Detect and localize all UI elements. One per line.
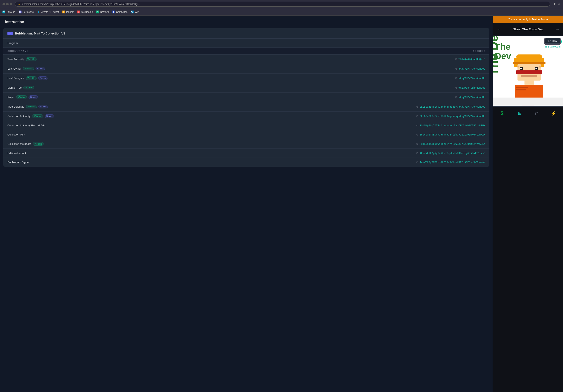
window-minimize-dot <box>6 3 9 5</box>
account-name-cell: Merkle TreeWritable <box>7 86 454 89</box>
bookmark-tailwind-label: Tailwind <box>6 11 15 13</box>
raw-button[interactable]: </> Raw <box>545 38 561 44</box>
novelai-favicon: N <box>96 11 99 13</box>
account-name-cell: Leaf DelegateWritableSigner <box>7 76 454 80</box>
copy-address-icon[interactable]: ⧉ <box>416 105 418 108</box>
nft-tab-transfer[interactable]: ⇄ <box>531 109 541 117</box>
nft-side-controls: </> Raw ⧉ Bubblegum <box>543 36 563 51</box>
signer-badge: Signer <box>45 114 54 118</box>
account-address-cell: ⧉AFnxVkYCDpVpSwVbnKTsptbUhFREmhtj6P5EAtT… <box>416 152 485 155</box>
browser-window-controls <box>2 3 13 5</box>
tailwind-favicon: T <box>2 11 5 13</box>
more-options-button[interactable]: ··· <box>555 26 560 32</box>
account-name-cell: Collection Mint <box>7 133 415 136</box>
heroicons-favicon: H <box>19 11 22 13</box>
coinglass-favicon: C <box>112 11 115 13</box>
nft-tab-gallery[interactable]: ⊞ <box>515 109 525 117</box>
address-text: bAxyVLPwY7oH6onbUq <box>459 67 485 70</box>
address-bar[interactable]: 🔒 explorer.solana.com/tx/39uipSDf71xSMT5… <box>15 2 550 7</box>
account-address-cell: ⧉T9dWQz47QqApNdQvx8 <box>455 58 485 61</box>
raw-label: Raw <box>552 39 557 42</box>
bookmark-novelai-label: NovelAI <box>100 11 109 13</box>
signer-badge: Signer <box>38 105 48 109</box>
account-name-cell: PayerWritableSigner <box>7 95 454 99</box>
younoodle-favicon: Y <box>77 11 80 13</box>
svg-rect-18 <box>516 87 528 88</box>
instruction-header: #1 Bubblegum: Mint To Collection V1 <box>3 28 489 38</box>
writable-badge: Writable <box>33 142 44 146</box>
account-row: Leaf DelegateWritableSigner⧉bAxyVLPwY7oH… <box>3 73 489 83</box>
copy-address-icon[interactable]: ⧉ <box>416 161 418 164</box>
back-button[interactable]: ← <box>496 26 502 32</box>
bubblegum-button[interactable]: ⧉ Bubblegum <box>545 45 561 48</box>
svg-rect-20 <box>518 66 519 68</box>
svg-text:The: The <box>495 42 511 52</box>
copy-address-icon[interactable]: ⧉ <box>455 58 457 61</box>
account-row: Merkle TreeWritable⧉9tZwDo8kt6hhuVM9e8 <box>3 83 489 92</box>
address-text: AFnxVkYCDpVpSwVbnKTsptbUhFREmhtj6P5EAtT6… <box>420 152 485 155</box>
svg-rect-17 <box>515 85 543 99</box>
bookmark-wp[interactable]: W WP <box>131 11 139 13</box>
bookmark-younoodle-label: YouNoodle <box>81 11 93 13</box>
bookmark-iconoir[interactable]: I Iconoir <box>62 11 74 13</box>
account-name-text: Merkle Tree <box>7 86 22 89</box>
account-address-cell: ⧉ELLBGa6DTdEVui6Ydt8vqsnsyybAxyVLPwY7oH6… <box>416 105 485 108</box>
bookmark-heroicons-label: Heroicons <box>23 11 34 13</box>
copy-icon-bubblegum: ⧉ <box>545 45 547 48</box>
copy-address-icon[interactable]: ⧉ <box>455 77 457 80</box>
address-text: 4ewWZC5gT6TGpm5LZNDs9wVonfUT2q5PP5sc9kVb… <box>420 161 485 164</box>
writable-badge: Writable <box>26 57 37 61</box>
writable-badge: Writable <box>16 95 27 99</box>
copy-address-icon[interactable]: ⧉ <box>455 67 457 70</box>
accounts-list: Tree AuthorityWritable⧉T9dWQz47QqApNdQvx… <box>3 54 489 167</box>
svg-rect-14 <box>516 70 542 74</box>
account-name-cell: Collection MetadataWritable <box>7 142 415 146</box>
account-name-cell: Tree AuthorityWritable <box>7 57 454 61</box>
copy-address-icon[interactable]: ⧉ <box>416 143 418 145</box>
address-text: ELLBGa6DTdEVui6Ydt8vqsnsyybAxyVLPwY7oH6o… <box>420 115 485 118</box>
bookmark-heroicons[interactable]: H Heroicons <box>19 11 34 13</box>
svg-text:Dev: Dev <box>495 51 511 61</box>
nft-content-area: </> Raw ⧉ Bubblegum The Dev <box>493 36 563 392</box>
wp-favicon: W <box>131 11 134 13</box>
testnet-banner: You are currently in Testnet Mode <box>493 16 563 23</box>
account-row: Collection MetadataWritable⧉HB4RUh4AxqUP… <box>3 139 489 148</box>
account-address-cell: ⧉bAxyVLPwY7oH6onbUq <box>455 96 485 99</box>
account-address-cell: ⧉26pvbG6fvEsvviHyhvJz4niLbCyJzeZ793BHGkL… <box>416 133 485 136</box>
copy-address-icon[interactable]: ⧉ <box>416 124 418 127</box>
svg-rect-12 <box>520 68 522 69</box>
account-name-cell: Edition Account <box>7 152 415 155</box>
account-row: Tree AuthorityWritable⧉T9dWQz47QqApNdQvx… <box>3 54 489 64</box>
accounts-table-header: ACCOUNT NAME ADDRESS <box>3 48 489 54</box>
account-address-cell: ⧉HB4RUh4AxqUPwaBohLijfaEVW8JU7SJ9xoD3enV… <box>416 143 485 145</box>
bookmark-coinglass[interactable]: C CoinGlass <box>112 11 127 13</box>
bookmark-button[interactable]: ☆ <box>558 2 561 6</box>
signer-badge: Signer <box>38 76 48 80</box>
bookmark-tailwind[interactable]: T Tailwind <box>2 11 15 13</box>
account-address-cell: ⧉9tZwDo8kt6hhuVM9e8 <box>455 86 485 89</box>
window-maximize-dot <box>10 3 13 5</box>
copy-address-icon[interactable]: ⧉ <box>416 133 418 136</box>
copy-address-icon[interactable]: ⧉ <box>455 96 457 99</box>
writable-badge: Writable <box>26 76 37 80</box>
account-name-text: Collection Authority Record Pda <box>7 124 45 127</box>
bookmark-younoodle[interactable]: Y YouNoodle <box>77 11 93 13</box>
account-name-text: Leaf Delegate <box>7 77 24 80</box>
copy-address-icon[interactable]: ⧉ <box>455 86 457 89</box>
nft-tab-activity[interactable]: ⚡ <box>548 109 560 117</box>
account-name-cell: Bubblegum Signer <box>7 161 415 164</box>
share-button[interactable]: ⬆ <box>553 2 556 6</box>
account-row: PayerWritableSigner⧉bAxyVLPwY7oH6onbUq <box>3 92 489 102</box>
account-name-text: Bubblegum Signer <box>7 161 30 164</box>
program-row: Program <box>3 38 489 48</box>
account-name-text: Edition Account <box>7 152 26 155</box>
copy-address-icon[interactable]: ⧉ <box>416 152 418 155</box>
url-text: explorer.solana.com/tx/39uipSDf71xSMT5cg… <box>22 3 140 6</box>
nft-tab-token[interactable]: 💲 <box>496 109 508 117</box>
bookmark-novelai[interactable]: N NovelAI <box>96 11 109 13</box>
bookmark-crypto[interactable]: C Crypto AI-Digest <box>37 11 59 13</box>
bookmark-bar: T Tailwind H Heroicons C Crypto AI-Diges… <box>0 8 563 16</box>
copy-address-icon[interactable]: ⧉ <box>416 115 418 118</box>
instruction-number: #1 <box>7 32 13 35</box>
address-text: 26pvbG6fvEsvviHyhvJz4niLbCyJzeZ793BHGkLp… <box>420 133 485 136</box>
